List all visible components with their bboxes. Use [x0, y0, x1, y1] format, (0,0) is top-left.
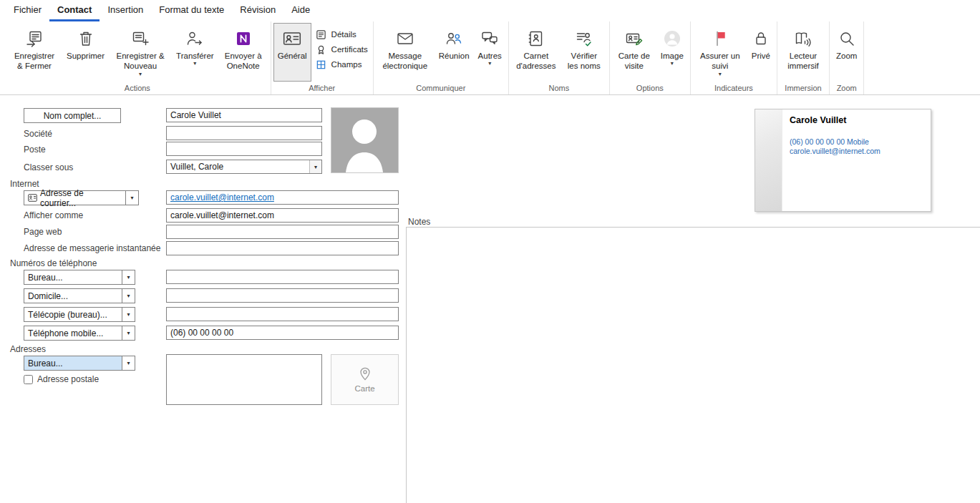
details-icon	[316, 29, 327, 40]
postal-address-checkbox[interactable]	[24, 375, 33, 384]
contact-form: Nom complet... Société Poste Classer sou…	[0, 95, 980, 503]
menu-tab-contact[interactable]: Contact	[49, 0, 100, 21]
im-address-input[interactable]	[166, 241, 399, 255]
picture-label: Image	[661, 51, 684, 61]
fields-grid-icon	[316, 59, 327, 70]
ribbon-group-options: Carte de visite Image ▾ Options	[610, 21, 691, 94]
forward-button[interactable]: Transférer ▾	[172, 23, 218, 82]
notes-textarea[interactable]	[406, 227, 980, 503]
phone-business-input[interactable]	[166, 270, 399, 284]
full-name-input[interactable]	[166, 108, 322, 122]
business-card-preview[interactable]: Carole Vuillet (06) 00 00 00 00 Mobile c…	[755, 109, 931, 212]
job-title-input[interactable]	[166, 142, 322, 156]
phone-type-business-dropdown-arrow[interactable]: ▾	[122, 270, 135, 285]
web-page-input[interactable]	[166, 225, 399, 239]
chevron-down-icon: ▾	[671, 62, 674, 66]
ribbon-group-label-zoom: Zoom	[832, 82, 861, 94]
picture-button[interactable]: Image ▾	[656, 23, 688, 82]
email-message-button[interactable]: Message électronique	[376, 23, 435, 82]
file-as-value: Vuillet, Carole	[167, 162, 309, 172]
phone-type-fax-button[interactable]: Télécopie (bureau)...	[24, 307, 122, 322]
ribbon-group-communiquer: Message électronique Réunion	[374, 21, 509, 94]
follow-up-button[interactable]: Assurer un suivi ▾	[693, 23, 747, 82]
zoom-button[interactable]: Zoom	[832, 23, 861, 82]
save-new-button[interactable]: Enregistrer & Nouveau ▾	[109, 23, 172, 82]
follow-up-label: Assurer un suivi	[697, 51, 743, 72]
menubar: Fichier Contact Insertion Format du text…	[0, 0, 980, 21]
business-card-button[interactable]: Carte de visite	[612, 23, 656, 82]
display-as-label: Afficher comme	[24, 210, 83, 220]
address-book-button[interactable]: Carnet d'adresses	[511, 23, 561, 82]
email-type-dropdown-arrow[interactable]: ▾	[126, 190, 139, 205]
ribbon-group-label-actions: Actions	[6, 82, 268, 94]
private-button[interactable]: Privé	[747, 23, 775, 82]
display-as-input[interactable]	[166, 208, 399, 223]
file-as-label: Classer sous	[24, 162, 73, 172]
email-input[interactable]	[166, 190, 399, 205]
fields-button[interactable]: Champs	[316, 59, 368, 70]
ribbon-group-label-communiquer: Communiquer	[376, 82, 506, 94]
business-card-label: Carte de visite	[616, 51, 652, 72]
address-type-dropdown-arrow[interactable]: ▾	[122, 356, 135, 371]
menu-tab-format-du-texte[interactable]: Format du texte	[151, 0, 232, 21]
chevron-down-icon: ▾	[139, 72, 142, 77]
phone-mobile-input[interactable]	[166, 326, 399, 340]
postal-address-label: Adresse postale	[37, 374, 99, 384]
full-name-button[interactable]: Nom complet...	[24, 108, 121, 123]
ribbon-group-afficher: Général Détails	[271, 21, 374, 94]
address-book-label: Carnet d'adresses	[515, 51, 557, 72]
people-icon	[445, 26, 463, 51]
certificates-button[interactable]: Certificats	[316, 44, 368, 55]
map-button[interactable]: Carte	[331, 354, 399, 405]
trash-icon	[77, 26, 95, 51]
onenote-icon	[234, 26, 253, 51]
address-textarea[interactable]	[166, 354, 322, 405]
save-new-label: Enregistrer & Nouveau	[113, 51, 168, 72]
meeting-label: Réunion	[439, 51, 470, 61]
phone-type-home-button[interactable]: Domicile...	[24, 288, 122, 303]
check-names-label: Vérifier les noms	[566, 51, 603, 72]
flag-icon	[711, 26, 729, 51]
meeting-button[interactable]: Réunion	[435, 23, 474, 82]
notes-label: Notes	[408, 217, 430, 227]
address-book-icon	[527, 26, 545, 51]
phone-type-mobile-dropdown-arrow[interactable]: ▾	[122, 326, 135, 341]
address-type-button[interactable]: Bureau...	[24, 356, 122, 371]
phone-type-mobile-button[interactable]: Téléphone mobile...	[24, 326, 122, 341]
phone-home-input[interactable]	[166, 288, 399, 303]
save-close-button[interactable]: Enregistrer & Fermer	[6, 23, 62, 82]
job-title-label: Poste	[24, 145, 46, 155]
business-card-name: Carole Vuillet	[790, 115, 923, 125]
check-names-button[interactable]: Vérifier les noms	[561, 23, 607, 82]
company-label: Société	[24, 129, 52, 139]
immersive-reader-button[interactable]: Lecteur immersif	[780, 23, 827, 82]
menu-tab-insertion[interactable]: Insertion	[100, 0, 151, 21]
company-input[interactable]	[166, 126, 322, 140]
phone-fax-input[interactable]	[166, 307, 399, 321]
phone-type-fax-dropdown-arrow[interactable]: ▾	[122, 307, 135, 322]
details-button[interactable]: Détails	[316, 29, 368, 40]
ribbon-group-label-immersion: Immersion	[780, 82, 827, 94]
more-communicate-button[interactable]: Autres ▾	[474, 23, 506, 82]
phone-type-business-button[interactable]: Bureau...	[24, 270, 122, 285]
contact-photo-placeholder[interactable]	[331, 107, 399, 173]
file-as-select[interactable]: Vuillet, Carole ▾	[166, 160, 322, 174]
phone-type-home-dropdown-arrow[interactable]: ▾	[122, 288, 135, 303]
email-type-label: Adresse de courrier...	[40, 188, 122, 208]
ribbon-group-label-options: Options	[612, 82, 688, 94]
email-message-label: Message électronique	[380, 51, 430, 72]
forward-icon	[185, 26, 204, 51]
delete-button[interactable]: Supprimer	[62, 23, 109, 82]
business-card-art	[755, 109, 782, 211]
menu-tab-fichier[interactable]: Fichier	[6, 0, 49, 21]
menu-tab-aide[interactable]: Aide	[283, 0, 318, 21]
fields-label: Champs	[331, 60, 362, 69]
private-label: Privé	[752, 51, 770, 61]
save-close-icon	[25, 26, 44, 51]
menu-tab-revision[interactable]: Révision	[232, 0, 283, 21]
general-button[interactable]: Général	[273, 23, 311, 82]
send-to-onenote-button[interactable]: Envoyer à OneNote	[218, 23, 268, 82]
ribbon-group-noms: Carnet d'adresses Vérifier les noms Noms	[509, 21, 610, 94]
email-type-button[interactable]: Adresse de courrier...	[24, 190, 126, 205]
map-pin-icon	[357, 366, 373, 382]
